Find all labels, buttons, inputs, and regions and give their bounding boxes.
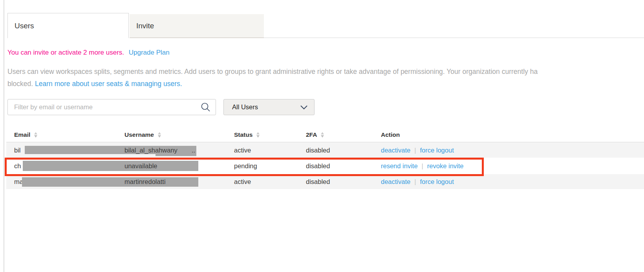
- status-cell: pending: [234, 162, 257, 170]
- username-cell: martinredolatti: [124, 178, 166, 186]
- users-description-line2-text: blocked.: [7, 80, 33, 88]
- column-header-2fa[interactable]: 2FA: [306, 131, 324, 138]
- column-header-label: Email: [14, 131, 30, 138]
- action-cell: resend invite|revoke invite: [381, 162, 464, 170]
- filter-search-input[interactable]: [7, 99, 216, 115]
- column-header-username[interactable]: Username: [124, 131, 161, 138]
- tab-bottom-border: [130, 37, 264, 38]
- action-cell: deactivate|force logout: [381, 146, 454, 154]
- column-header-status[interactable]: Status: [234, 131, 260, 138]
- action-cell: deactivate|force logout: [381, 178, 454, 186]
- deactivate-link[interactable]: deactivate: [381, 178, 410, 185]
- upgrade-plan-link[interactable]: Upgrade Plan: [129, 49, 170, 56]
- force-logout-link[interactable]: force logout: [420, 146, 454, 153]
- chevron-down-icon: [300, 105, 308, 110]
- learn-more-link[interactable]: Learn more about user seats & managing u…: [35, 80, 182, 88]
- user-filter-dropdown[interactable]: All Users: [223, 99, 315, 115]
- action-separator: |: [414, 178, 416, 185]
- sort-icon[interactable]: [158, 132, 161, 138]
- sort-icon[interactable]: [321, 132, 324, 138]
- force-logout-link[interactable]: force logout: [420, 178, 454, 185]
- column-header-label: 2FA: [306, 131, 317, 138]
- username-cell: bilal_al_shahwany: [124, 146, 177, 154]
- tab-bottom-border-extension: [264, 37, 644, 38]
- status-cell: active: [234, 146, 251, 154]
- revoke-invite-link[interactable]: revoke invite: [427, 162, 464, 169]
- deactivate-link[interactable]: deactivate: [381, 146, 410, 153]
- table-row: chunavailablependingdisabledresend invit…: [6, 158, 644, 174]
- filter-search: [7, 99, 216, 115]
- table-row: bil..bilal_al_shahwanyactivedisableddeac…: [6, 142, 644, 158]
- email-truncation-dots: ..: [192, 146, 195, 154]
- tab-invite[interactable]: Invite: [130, 14, 264, 38]
- magnifier-icon[interactable]: [201, 102, 211, 112]
- sort-icon[interactable]: [256, 132, 260, 138]
- seat-limit-notice: You can invite or activate 2 more users.…: [7, 49, 170, 57]
- tab-invite-label: Invite: [136, 22, 154, 30]
- tab-users[interactable]: Users: [7, 13, 129, 38]
- twofa-cell: disabled: [306, 178, 330, 186]
- table-header: EmailUsernameStatus2FAAction: [0, 131, 644, 140]
- table-row: mamartinredolattiactivedisableddeactivat…: [6, 174, 644, 189]
- resend-invite-link[interactable]: resend invite: [381, 162, 418, 169]
- twofa-cell: disabled: [306, 162, 330, 170]
- column-header-label: Action: [381, 131, 400, 138]
- users-description-line1: Users can view workspaces splits, segmen…: [7, 66, 644, 78]
- column-header-label: Status: [234, 131, 252, 138]
- twofa-cell: disabled: [306, 146, 330, 154]
- email-visible-prefix: ch: [14, 162, 21, 169]
- column-header-action: Action: [381, 131, 400, 138]
- users-description-line2: blocked. Learn more about user seats & m…: [7, 78, 644, 90]
- column-header-email[interactable]: Email: [14, 131, 37, 138]
- action-separator: |: [414, 146, 416, 153]
- email-redaction-block: [22, 177, 198, 187]
- email-cell: ch: [14, 162, 21, 170]
- username-cell: unavailable: [124, 162, 157, 170]
- seat-limit-message: You can invite or activate 2 more users.: [7, 49, 124, 56]
- status-cell: active: [234, 178, 251, 186]
- email-redaction-block: [23, 161, 198, 171]
- email-cell: bil: [14, 146, 21, 154]
- user-filter-selected-value: All Users: [232, 103, 258, 111]
- action-separator: |: [422, 162, 423, 169]
- sort-icon[interactable]: [34, 132, 37, 138]
- email-visible-prefix: bil: [14, 146, 21, 153]
- column-header-label: Username: [124, 131, 154, 138]
- tab-users-label: Users: [15, 22, 34, 30]
- users-description: Users can view workspaces splits, segmen…: [7, 66, 644, 90]
